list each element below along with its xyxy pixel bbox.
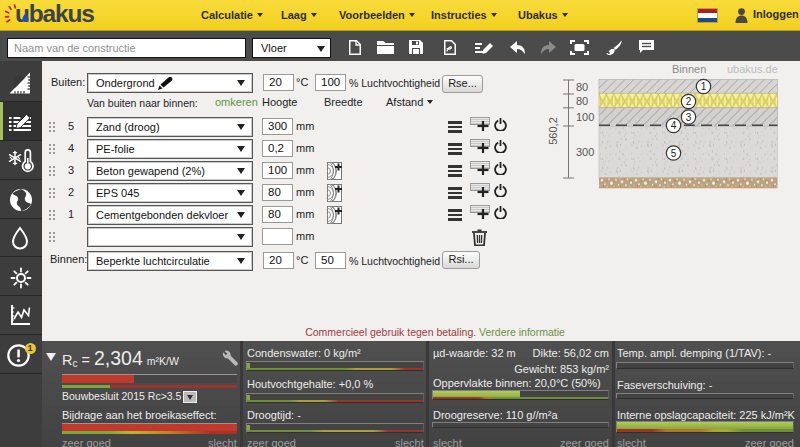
svg-text:100: 100 [576,111,594,123]
svg-text:80: 80 [576,95,588,107]
svg-text:80: 80 [576,81,588,93]
svg-text:5: 5 [671,148,677,159]
svg-text:2: 2 [686,96,692,107]
svg-text:300: 300 [576,146,594,158]
svg-text:3: 3 [686,112,692,123]
svg-text:1: 1 [701,81,707,92]
svg-text:4: 4 [671,120,677,131]
svg-text:560,2: 560,2 [547,117,559,145]
